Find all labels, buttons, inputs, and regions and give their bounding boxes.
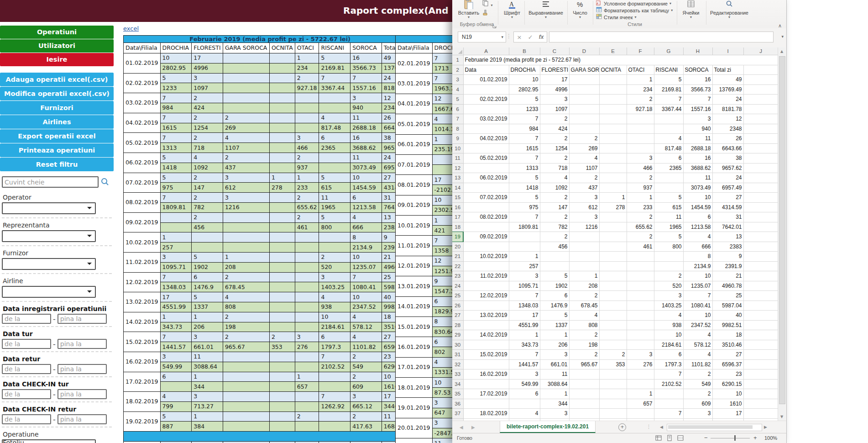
action-button-0[interactable]: Adauga operatii excel(.csv) <box>0 73 114 86</box>
excel-cell[interactable] <box>743 389 778 399</box>
airline-select[interactable] <box>2 286 96 298</box>
excel-cell[interactable] <box>627 124 654 134</box>
excel-cell[interactable]: 927.18 <box>627 104 654 114</box>
excel-cell[interactable]: 10 <box>509 75 540 85</box>
excel-cell[interactable] <box>569 409 599 419</box>
excel-cell[interactable] <box>599 379 627 389</box>
excel-cell[interactable]: 466 <box>627 163 654 173</box>
date-to-input[interactable] <box>58 364 107 374</box>
row-header[interactable]: 37 <box>452 409 463 419</box>
excel-cell[interactable] <box>463 301 509 311</box>
excel-cell[interactable]: 3 <box>540 409 569 419</box>
page-layout-view-icon[interactable] <box>666 435 673 443</box>
excel-cell[interactable]: 11.02.2019 <box>463 271 509 281</box>
excel-cell[interactable]: 4 <box>509 409 540 419</box>
excel-cell[interactable]: 782 <box>540 222 569 232</box>
excel-cell[interactable]: 5 <box>654 193 683 203</box>
excel-cell[interactable] <box>599 222 627 232</box>
excel-cell[interactable]: 1254 <box>540 143 569 153</box>
row-header[interactable]: 36 <box>452 399 463 409</box>
date-to-input[interactable] <box>58 314 107 324</box>
excel-cell[interactable] <box>599 163 627 173</box>
excel-cell[interactable]: 16.02.2019 <box>463 369 509 380</box>
excel-cell[interactable] <box>463 104 509 114</box>
excel-cell[interactable]: 4551.99 <box>509 320 540 330</box>
excel-cell[interactable]: 3 <box>627 350 654 360</box>
excel-cell[interactable] <box>743 281 778 291</box>
excel-cell[interactable]: 27 <box>712 193 743 203</box>
row-header[interactable]: 33 <box>452 369 463 380</box>
excel-cell[interactable]: 3 <box>540 350 569 360</box>
font-group-button[interactable]: A Шрифт ▾ <box>502 0 523 19</box>
formula-input[interactable] <box>549 32 774 42</box>
excel-cell[interactable]: 2 <box>540 193 569 203</box>
excel-cell[interactable] <box>463 183 509 193</box>
excel-cell[interactable] <box>627 379 654 389</box>
excel-cell[interactable]: 343.73 <box>509 340 540 350</box>
excel-cell[interactable] <box>599 340 627 350</box>
row-header[interactable]: 31 <box>452 350 463 360</box>
hscroll-left-icon[interactable]: ◀ <box>660 425 663 429</box>
excel-cell[interactable] <box>463 222 509 232</box>
excel-cell[interactable]: 17 <box>540 75 569 85</box>
excel-cell[interactable]: 2802.95 <box>509 84 540 95</box>
excel-cell[interactable] <box>599 252 627 262</box>
excel-cell[interactable] <box>509 242 540 252</box>
excel-cell[interactable] <box>743 330 778 340</box>
excel-cell[interactable]: 7 <box>509 291 540 301</box>
excel-cell[interactable]: 6 <box>683 212 712 222</box>
excel-cell[interactable]: 10 <box>683 311 712 321</box>
date-from-input[interactable] <box>2 414 51 424</box>
excel-cell[interactable]: 2 <box>627 232 654 242</box>
excel-cell[interactable]: 1097 <box>540 104 569 114</box>
excel-cell[interactable] <box>463 202 509 212</box>
excel-cell[interactable]: 09.02.2019 <box>463 232 509 242</box>
excel-cell[interactable] <box>743 252 778 262</box>
excel-cell[interactable]: 3367.44 <box>654 104 683 114</box>
date-from-input[interactable] <box>2 389 51 399</box>
excel-cell[interactable] <box>599 291 627 301</box>
row-header[interactable]: 18 <box>452 222 463 232</box>
excel-cell[interactable]: 9657.62 <box>712 163 743 173</box>
excel-cell[interactable]: 520 <box>654 281 683 291</box>
excel-cell[interactable] <box>743 153 778 163</box>
excel-cell[interactable] <box>743 271 778 281</box>
operator-select[interactable] <box>2 202 96 214</box>
excel-cell[interactable] <box>599 114 627 124</box>
excel-cell[interactable]: 3 <box>654 291 683 301</box>
cells-group-button[interactable]: Ячейки ▾ <box>679 0 703 19</box>
excel-cell[interactable]: 461 <box>627 242 654 252</box>
excel-cell[interactable] <box>599 242 627 252</box>
excel-cell[interactable] <box>627 134 654 144</box>
date-to-input[interactable] <box>58 339 107 349</box>
excel-cell[interactable]: 23 <box>712 369 743 380</box>
excel-cell[interactable]: 1 <box>627 193 654 203</box>
excel-cell[interactable]: 2688.18 <box>683 143 712 153</box>
row-header[interactable]: 32 <box>452 359 463 369</box>
excel-cell[interactable]: 1418 <box>509 183 540 193</box>
excel-cell[interactable] <box>743 350 778 360</box>
excel-cell[interactable]: 7642.01 <box>712 222 743 232</box>
excel-cell[interactable]: 1216 <box>569 222 599 232</box>
excel-cell[interactable]: 5 <box>509 95 540 105</box>
excel-cell[interactable] <box>627 311 654 321</box>
excel-cell[interactable] <box>599 399 627 409</box>
excel-cell[interactable]: SOROCA <box>683 65 712 75</box>
excel-cell[interactable]: 3 <box>683 409 712 419</box>
excel-cell[interactable]: 2383 <box>712 242 743 252</box>
excel-cell[interactable] <box>654 183 683 193</box>
excel-cell[interactable]: 15.02.2019 <box>463 350 509 360</box>
excel-cell[interactable] <box>743 222 778 232</box>
horizontal-scrollbar-thumb[interactable] <box>668 425 753 429</box>
excel-cell[interactable]: 718 <box>540 163 569 173</box>
column-header-H[interactable]: H <box>683 47 712 55</box>
excel-cell[interactable]: 5 <box>540 311 569 321</box>
excel-cell[interactable]: 11 <box>683 173 712 183</box>
excel-cell[interactable] <box>743 65 778 75</box>
excel-cell[interactable]: 2 <box>683 369 712 380</box>
excel-cell[interactable]: 1476.9 <box>540 301 569 311</box>
excel-cell[interactable]: 208 <box>569 281 599 291</box>
excel-cell[interactable]: 11 <box>683 134 712 144</box>
excel-cell[interactable]: 3 <box>509 369 540 380</box>
excel-cell[interactable]: 2 <box>627 173 654 183</box>
